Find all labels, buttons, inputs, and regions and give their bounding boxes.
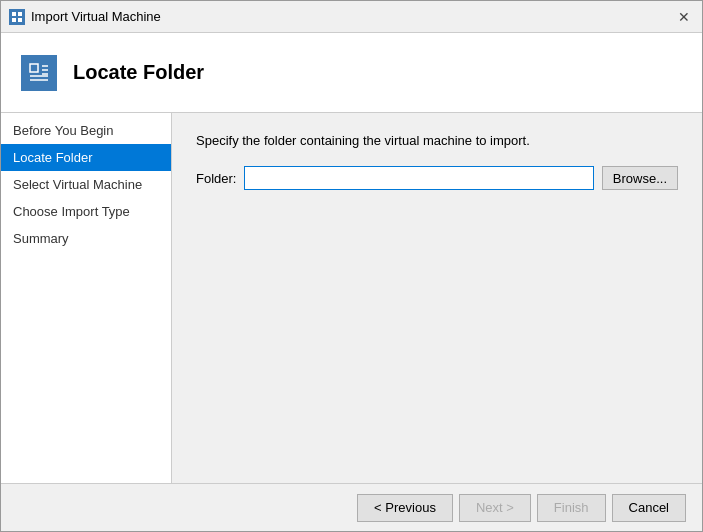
sidebar-item-before-you-begin[interactable]: Before You Begin — [1, 117, 171, 144]
svg-rect-1 — [18, 12, 22, 16]
window-icon — [9, 9, 25, 25]
instruction-text: Specify the folder containing the virtua… — [196, 133, 678, 148]
header-icon — [21, 55, 57, 91]
main-content: Specify the folder containing the virtua… — [172, 113, 702, 483]
title-bar: Import Virtual Machine ✕ — [1, 1, 702, 33]
dialog-window: Import Virtual Machine ✕ Locate Folder B… — [0, 0, 703, 532]
sidebar-item-choose-import-type[interactable]: Choose Import Type — [1, 198, 171, 225]
cancel-button[interactable]: Cancel — [612, 494, 686, 522]
window-title: Import Virtual Machine — [31, 9, 674, 24]
svg-rect-2 — [12, 18, 16, 22]
close-button[interactable]: ✕ — [674, 7, 694, 27]
svg-rect-4 — [30, 64, 38, 72]
folder-row: Folder: Browse... — [196, 166, 678, 190]
sidebar: Before You Begin Locate Folder Select Vi… — [1, 113, 172, 483]
footer: < Previous Next > Finish Cancel — [1, 483, 702, 531]
next-button[interactable]: Next > — [459, 494, 531, 522]
sidebar-item-locate-folder[interactable]: Locate Folder — [1, 144, 171, 171]
content-area: Before You Begin Locate Folder Select Vi… — [1, 113, 702, 483]
finish-button[interactable]: Finish — [537, 494, 606, 522]
browse-button[interactable]: Browse... — [602, 166, 678, 190]
sidebar-item-summary[interactable]: Summary — [1, 225, 171, 252]
page-title: Locate Folder — [73, 61, 204, 84]
folder-label: Folder: — [196, 171, 236, 186]
svg-rect-3 — [18, 18, 22, 22]
header-section: Locate Folder — [1, 33, 702, 113]
svg-rect-0 — [12, 12, 16, 16]
previous-button[interactable]: < Previous — [357, 494, 453, 522]
folder-input[interactable] — [244, 166, 593, 190]
sidebar-item-select-virtual-machine[interactable]: Select Virtual Machine — [1, 171, 171, 198]
